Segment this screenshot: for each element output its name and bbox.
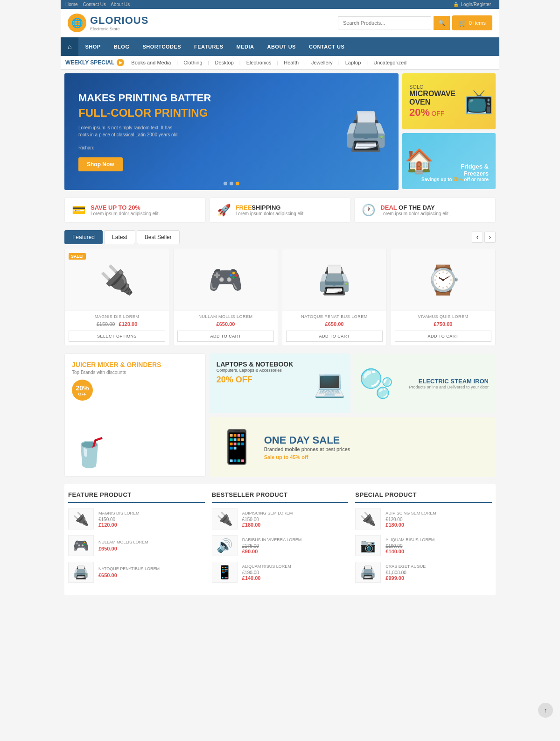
microwave-image: 📺 xyxy=(464,88,493,115)
bottom-products: FEATURE PRODUCT 🔌 MAGNIS DIS LOREM £150.… xyxy=(64,484,496,595)
search-input[interactable] xyxy=(338,16,431,29)
fridge-image: 🏠 xyxy=(405,148,434,175)
promo-microwave[interactable]: SOLO MICROWAVE OVEN 20% OFF 📺 xyxy=(402,73,496,129)
special-new-1: £140.00 xyxy=(385,549,492,554)
product-btn-2[interactable]: ADD TO CART xyxy=(286,331,383,342)
product-price-2: £650.00 xyxy=(286,321,383,327)
iron-text-block: ELECTRIC STEAM IRON Products online and … xyxy=(409,378,489,389)
feature-product-0[interactable]: 🔌 MAGNIS DIS LOREM £150.00 £120.00 xyxy=(68,508,205,529)
cat-clothing[interactable]: Clothing xyxy=(183,60,202,65)
nav-home[interactable]: ⌂ xyxy=(61,37,78,56)
juicer-pct: 20% xyxy=(76,384,89,392)
weekly-arrow-icon[interactable]: ▶ xyxy=(117,59,124,66)
special-old-1: £190.00 xyxy=(385,543,492,549)
nav-features[interactable]: FEATURES xyxy=(188,38,230,55)
feature-deal-desc: Lorem ipsum dolor adipiscing elit. xyxy=(380,211,449,216)
tab-prev-button[interactable]: ‹ xyxy=(472,232,483,243)
bestseller-product-1[interactable]: 🔊 DARIBUS IN VIVERRA LOREM £175.00 £90.0… xyxy=(212,535,349,556)
home-link[interactable]: Home xyxy=(65,2,78,7)
nav-media[interactable]: MEDIA xyxy=(230,38,261,55)
hero-title: MAKES PRINTING BATTER xyxy=(78,92,211,104)
product-btn-3[interactable]: ADD TO CART xyxy=(395,331,491,342)
feature-save-title: SAVE UP TO 20% xyxy=(91,204,160,211)
search-button[interactable]: 🔍 xyxy=(434,16,450,30)
promo-banners: JUICER MIXER & GRINDERS Top Brands with … xyxy=(61,350,499,480)
cat-uncategorized[interactable]: Uncategorized xyxy=(373,60,406,65)
product-card-0: SALE! 🔌 MAGNIS DIS LOREM £150.00 £120.00… xyxy=(64,249,169,346)
feature-box-save-text: SAVE UP TO 20% Lorem ipsum dolor adipisc… xyxy=(91,204,160,216)
onesale-pct: Sale up to 45% off xyxy=(264,454,350,460)
hero-subtitle: FULL-COLOR PRINTING xyxy=(78,106,211,120)
feature-deal-title: DEAL OF THE DAY xyxy=(380,204,449,211)
feature-info-1: NULLAM MOLLIS LOREM £650.00 xyxy=(98,540,205,551)
nav-shortcodes[interactable]: SHORTCODES xyxy=(136,38,188,55)
bestseller-product-0[interactable]: 🔌 ADIPISCING SEM LOREM £150.00 £180.00 xyxy=(212,508,349,529)
product-info-2: NATOQUE PENATIBUS LOREM £650.00 ADD TO C… xyxy=(282,310,386,346)
cat-books[interactable]: Books and Media xyxy=(131,60,171,65)
special-new-2: £999.00 xyxy=(385,575,492,581)
special-img-0: 🔌 xyxy=(355,508,381,529)
promo-discount-pct: 20% xyxy=(409,106,430,118)
feature-product-1[interactable]: 🎮 NULLAM MOLLIS LOREM £650.00 xyxy=(68,535,205,556)
tab-latest[interactable]: Latest xyxy=(104,230,135,244)
promo-fridge[interactable]: 🏠 Fridges & Freezers Savings up to 75% o… xyxy=(402,133,496,189)
bestseller-name-2: ALIQUAM RISUS LOREM xyxy=(242,564,349,569)
nav-about[interactable]: ABOUT US xyxy=(260,38,302,55)
feature-box-shipping: 🚀 FREESHIPPING Lorem ipsum dolor adipisc… xyxy=(210,198,351,223)
feature-new-2: £650.00 xyxy=(98,572,205,578)
special-product-2[interactable]: 🖨️ CRAS EGET AUGUE £1,000.00 £999.00 xyxy=(355,562,492,583)
tab-next-button[interactable]: › xyxy=(484,232,496,243)
cat-electronics[interactable]: Electronics xyxy=(246,60,272,65)
product-price-1: £650.00 xyxy=(177,321,274,327)
special-old-2: £1,000.00 xyxy=(385,570,492,575)
product-price-0: £150.00 £120.00 xyxy=(69,321,165,327)
special-product-0[interactable]: 🔌 ADIPISCING SEM LOREM £120.00 £180.00 xyxy=(355,508,492,529)
hero-dot-1[interactable] xyxy=(224,182,227,185)
about-link[interactable]: About Us xyxy=(111,2,130,7)
cart-button[interactable]: 🛒 0 Items xyxy=(452,15,492,30)
login-register-link[interactable]: Login/Register xyxy=(461,2,491,7)
shop-now-button[interactable]: Shop Now xyxy=(78,157,123,171)
tab-featured[interactable]: Featured xyxy=(64,230,103,244)
bestseller-product-2[interactable]: 📱 ALIQUAM RISUS LOREM £190.00 £140.00 xyxy=(212,562,349,583)
tab-bestseller[interactable]: Best Seller xyxy=(137,230,180,244)
deal-icon: 🕐 xyxy=(362,204,376,217)
feature-name-2: NATOQUE PENATIBUS LOREM xyxy=(98,566,205,571)
cat-laptop[interactable]: Laptop xyxy=(345,60,361,65)
cat-desktop[interactable]: Desktop xyxy=(215,60,233,65)
banner-onesale[interactable]: 📱 ONE DAY SALE Branded mobile phones at … xyxy=(210,417,496,477)
product-btn-0[interactable]: SELECT OPTIONS xyxy=(69,331,165,342)
special-product-1[interactable]: 📷 ALIQUAM RISUS LOREM £190.00 £140.00 xyxy=(355,535,492,556)
product-btn-1[interactable]: ADD TO CART xyxy=(177,331,274,342)
laptop-image: 💻 xyxy=(314,368,346,399)
banner-iron[interactable]: 🫧 ELECTRIC STEAM IRON Products online an… xyxy=(354,353,496,413)
shipping-icon: 🚀 xyxy=(217,204,231,217)
price-new-0: £120.00 xyxy=(119,321,138,327)
tab-arrows: ‹ › xyxy=(472,232,496,243)
nav-shop[interactable]: SHOP xyxy=(78,38,107,55)
top-bar-links[interactable]: Home Contact Us About Us xyxy=(65,2,133,7)
onesale-image: 📱 xyxy=(217,428,257,466)
special-img-2: 🖨️ xyxy=(355,562,381,583)
feature-boxes: 💳 SAVE UP TO 20% Lorem ipsum dolor adipi… xyxy=(61,194,499,226)
juicer-off: OFF xyxy=(78,392,87,396)
contact-link[interactable]: Contact Us xyxy=(83,2,105,7)
price-new-2: £650.00 xyxy=(325,321,344,327)
feature-product-2[interactable]: 🖨️ NATOQUE PENATIBUS LOREM £650.00 xyxy=(68,562,205,583)
special-info-2: CRAS EGET AUGUE £1,000.00 £999.00 xyxy=(385,564,492,581)
banner-juicer[interactable]: JUICER MIXER & GRINDERS Top Brands with … xyxy=(64,353,206,477)
fridge-percent: 75% xyxy=(453,177,462,182)
feature-name-1: NULLAM MOLLIS LOREM xyxy=(98,540,205,544)
cat-health[interactable]: Health xyxy=(284,60,299,65)
hero-dot-3[interactable] xyxy=(236,182,239,185)
cat-jewellery[interactable]: Jewellery xyxy=(311,60,333,65)
hero-printer-image: 🖨️ xyxy=(343,110,389,154)
nav-contact[interactable]: CONTACT US xyxy=(302,38,351,55)
hero-dot-2[interactable] xyxy=(230,182,233,185)
nav-blog[interactable]: BLOG xyxy=(107,38,136,55)
navigation: ⌂ SHOP BLOG SHORTCODES FEATURES MEDIA AB… xyxy=(61,37,499,56)
bestseller-info-1: DARIBUS IN VIVERRA LOREM £175.00 £90.00 xyxy=(242,537,349,554)
banner-laptops[interactable]: LAPTOPS & NOTEBOOK Computers, Laptops & … xyxy=(210,353,351,413)
bestseller-info-0: ADIPISCING SEM LOREM £150.00 £180.00 xyxy=(242,511,349,528)
feature-name-0: MAGNIS DIS LOREM xyxy=(98,511,205,515)
